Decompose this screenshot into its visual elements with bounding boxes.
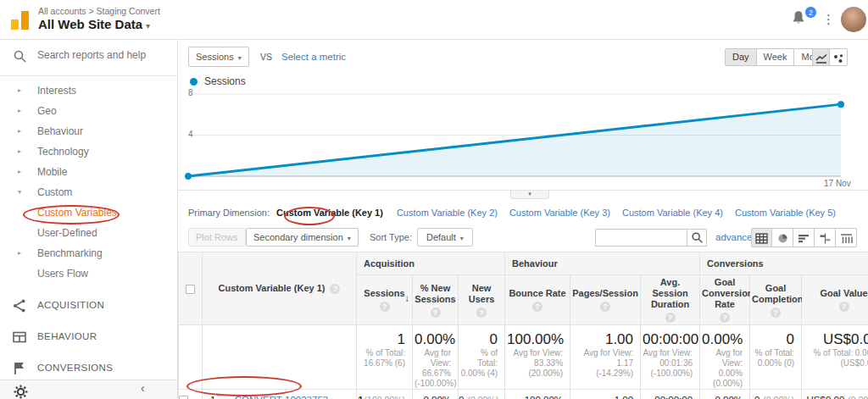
search-icon [691, 231, 704, 244]
column-header-bounce-rate[interactable]: Bounce Rate ? [505, 275, 570, 325]
column-header-goal-value[interactable]: Goal Value ? [802, 275, 868, 325]
chevron-right-icon: ▸ [18, 121, 21, 141]
line-chart-icon [815, 53, 827, 64]
select-all-checkbox[interactable] [186, 285, 195, 294]
help-icon[interactable]: ? [476, 308, 487, 318]
select-a-metric-link[interactable]: Select a metric [281, 52, 346, 62]
column-header-sessions[interactable]: Sessions ? ↓ [357, 275, 413, 325]
vs-label: VS [260, 52, 272, 62]
chevron-down-icon: ▾ [460, 235, 464, 242]
help-icon[interactable]: ? [600, 302, 610, 312]
cell-pct-new-sessions: 0.00% [413, 390, 459, 399]
y-axis-tick: 8 [188, 88, 193, 97]
motion-chart-view-button[interactable] [830, 48, 848, 66]
column-header-goal-completions[interactable]: Goal Completions ? [750, 275, 802, 325]
pivot-view-button[interactable] [836, 228, 857, 247]
report-table: Custom Variable (Key 1)? Acquisition Beh… [178, 252, 868, 399]
cell-bounce-rate: 100.00% [505, 390, 570, 399]
summary-sessions: 1 % of Total: 16.67% (6) [357, 325, 413, 390]
percentage-view-button[interactable] [772, 228, 793, 247]
view-selector[interactable]: All Web Site Data▾ [38, 17, 150, 31]
cell-goal-completions: 0(0.00%) [750, 390, 802, 399]
column-header-goal-conversion-rate[interactable]: Goal Conversion Rate ? [700, 275, 750, 325]
column-header-avg-session-duration[interactable]: Avg. Session Duration ? [641, 275, 700, 325]
overflow-menu-icon[interactable]: ⋮ [822, 11, 835, 28]
summary-pages-session: 1.00 Avg for View: 1.17 (-14.29%) [570, 325, 641, 390]
column-header-pages-session[interactable]: Pages/Session ? [570, 275, 641, 325]
primary-dimension-active[interactable]: Custom Variable (Key 1) [276, 208, 383, 218]
table-view-toggle [751, 228, 857, 247]
collapse-sidebar-icon[interactable]: ‹ [141, 381, 145, 395]
row-checkbox[interactable] [179, 396, 188, 399]
search-input[interactable] [37, 49, 164, 61]
chevron-down-icon: ▾ [238, 54, 242, 62]
sidebar-search[interactable] [0, 40, 178, 76]
help-icon[interactable]: ? [330, 284, 340, 294]
sidebar-item-mobile[interactable]: ▸Mobile [0, 162, 178, 182]
table-search-input[interactable] [595, 229, 687, 247]
column-header-pct-new-sessions[interactable]: % New Sessions ? [413, 275, 459, 325]
chevron-right-icon: ▸ [18, 243, 21, 263]
legend-label: Sessions [204, 75, 246, 87]
breadcrumb[interactable]: All accounts > Staging Convert [38, 6, 160, 16]
collapse-chart-tab[interactable]: ▾ [510, 191, 549, 199]
chevron-right-icon: ▸ [18, 162, 21, 182]
sidebar-section-acquisition[interactable]: ACQUISITION [0, 291, 178, 322]
sidebar-item-technology[interactable]: ▸Technology [0, 141, 178, 162]
summary-avg-duration: 00:00:00 Avg for View: 00:01:36 (-100.00… [641, 325, 700, 390]
x-axis-label: 17 Nov [824, 179, 851, 188]
help-icon[interactable]: ? [720, 313, 730, 323]
help-icon[interactable]: ? [380, 302, 390, 312]
plot-rows-button[interactable]: Plot Rows [188, 228, 246, 247]
performance-view-button[interactable] [793, 228, 815, 247]
table-search-button[interactable] [687, 229, 707, 247]
sort-descending-icon: ↓ [404, 292, 409, 304]
column-header-new-users[interactable]: New Users ? [459, 275, 505, 325]
admin-gear-icon[interactable] [14, 385, 28, 399]
analytics-logo-icon[interactable] [9, 8, 31, 30]
sidebar-section-behaviour[interactable]: BEHAVIOUR [0, 322, 178, 353]
data-view-button[interactable] [751, 228, 772, 247]
report-nav: ▸Interests ▸Geo ▸Behaviour ▸Technology ▸… [0, 80, 178, 284]
series-dot-icon [190, 78, 198, 86]
summary-goal-completions: 0 % of Total: 0.00% (0) [750, 325, 802, 390]
acquisition-icon [12, 298, 27, 313]
sidebar-item-custom[interactable]: ▾Custom [0, 182, 178, 202]
dimension-value-link[interactable]: CONVERT-10023753 [235, 395, 328, 399]
cell-pages-session: 1.00 [570, 390, 641, 399]
sidebar-item-custom-variables[interactable]: Custom Variables [0, 202, 178, 223]
primary-dimension-key5-link[interactable]: Custom Variable (Key 5) [735, 208, 836, 218]
primary-dimension-key4-link[interactable]: Custom Variable (Key 4) [622, 208, 723, 218]
chevron-down-icon: ▾ [348, 235, 351, 242]
granularity-day-button[interactable]: Day [725, 48, 757, 66]
sidebar-item-interests[interactable]: ▸Interests [0, 80, 178, 101]
comparison-view-button[interactable] [815, 228, 836, 247]
help-icon[interactable]: ? [665, 313, 676, 323]
sidebar-item-users-flow[interactable]: Users Flow [0, 263, 178, 284]
line-chart-view-button[interactable] [812, 48, 830, 66]
notifications-button[interactable]: 2 [790, 9, 812, 31]
chart-legend: Sessions [190, 75, 246, 87]
column-header-dimension[interactable]: Custom Variable (Key 1)? [203, 252, 357, 325]
sidebar-item-behaviour[interactable]: ▸Behaviour [0, 121, 178, 141]
help-icon[interactable]: ? [771, 308, 781, 318]
metric-selector-button[interactable]: Sessions▾ [188, 47, 249, 67]
chevron-right-icon: ▸ [18, 101, 21, 121]
secondary-dimension-button[interactable]: Secondary dimension▾ [246, 228, 359, 247]
avatar[interactable] [841, 7, 866, 32]
help-icon[interactable]: ? [431, 308, 441, 318]
y-axis-tick: 4 [188, 130, 193, 139]
sidebar-item-benchmarking[interactable]: ▸Benchmarking [0, 243, 178, 263]
sessions-line-chart[interactable] [181, 87, 851, 184]
primary-dimension-key3-link[interactable]: Custom Variable (Key 3) [509, 208, 610, 218]
sidebar-item-user-defined[interactable]: User-Defined [0, 223, 178, 243]
section-nav: ACQUISITION BEHAVIOUR CONVERSIONS [0, 291, 178, 385]
granularity-week-button[interactable]: Week [757, 48, 795, 66]
help-icon[interactable]: ? [839, 302, 849, 312]
group-header-conversions: Conversions [700, 252, 868, 275]
primary-dimension-key2-link[interactable]: Custom Variable (Key 2) [397, 208, 498, 218]
help-icon[interactable]: ? [532, 302, 542, 312]
chevron-down-icon: ▾ [528, 191, 531, 197]
sidebar-item-geo[interactable]: ▸Geo [0, 101, 178, 121]
sort-type-dropdown[interactable]: Default▾ [417, 228, 473, 247]
